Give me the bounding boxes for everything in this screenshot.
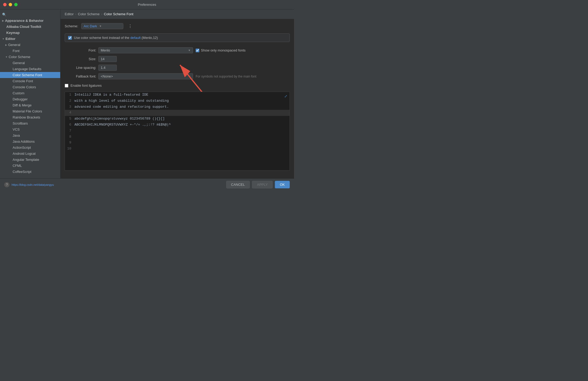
sidebar-item-alibaba-cloud-toolkit[interactable]: Alibaba Cloud Toolkit — [0, 24, 60, 30]
sidebar-item-label: Console Font — [13, 79, 33, 83]
preview-area: 1IntelliJ IDEA is a full-featured IDE2wi… — [65, 92, 290, 171]
sidebar-item-diff-merge[interactable]: Diff & Merge — [0, 102, 60, 108]
caret-icon — [5, 44, 7, 46]
sidebar-item-color-scheme-font[interactable]: Color Scheme Font — [0, 72, 60, 78]
font-label: Font: — [65, 48, 96, 52]
sidebar-item-debugger[interactable]: Debugger — [0, 96, 60, 102]
breadcrumb: Editor › Color Scheme › Color Scheme Fon… — [60, 9, 294, 19]
line-number: 6 — [65, 122, 74, 128]
sidebar-item-java-additions[interactable]: Java Additions — [0, 138, 60, 145]
resize-icon[interactable]: ⤢ — [284, 94, 287, 99]
scheme-label: Scheme: — [65, 24, 78, 28]
search-row[interactable]: 🔍 — [0, 12, 60, 18]
fallback-value: <None> — [101, 74, 186, 78]
help-button[interactable]: ? — [4, 182, 9, 187]
label-post: (Menlo,12) — [141, 36, 158, 40]
sidebar-item-vcs[interactable]: VCS — [0, 126, 60, 132]
font-dropdown-arrow-icon: ▼ — [188, 49, 191, 52]
url-text[interactable]: https://blog.csdn.net/dataiyangyu — [12, 183, 54, 186]
line-code: ABCDEFGHIJKLMNOPQRSTUVWXYZ +-*/= .,;:!? … — [74, 122, 171, 128]
sidebar-item-label: Language Defaults — [13, 67, 41, 71]
line-spacing-input[interactable] — [98, 65, 117, 71]
sidebar-item-custom[interactable]: Custom — [0, 90, 60, 96]
sidebar-item-label: Editor — [6, 37, 16, 41]
monospace-checkbox-row: Show only monospaced fonts — [196, 48, 246, 52]
sidebar-item-android-logcat[interactable]: Android Logcat — [0, 151, 60, 157]
sidebar-item-editor[interactable]: Editor — [0, 36, 60, 42]
line-number: 8 — [65, 134, 74, 140]
scheme-value: Arc Dark — [84, 24, 97, 28]
monospace-checkbox[interactable] — [196, 49, 199, 52]
scheme-more-button[interactable]: ⋮ — [126, 23, 134, 29]
line-number: 5 — [65, 116, 74, 122]
line-number: 9 — [65, 140, 74, 146]
sidebar-item-label: Color Scheme — [9, 55, 30, 59]
size-input[interactable] — [98, 56, 117, 62]
line-code: IntelliJ IDEA is a full-featured IDE — [74, 92, 148, 98]
window-title: Preferences — [138, 3, 156, 7]
sidebar-item-label: Console Colors — [13, 85, 36, 89]
sidebar-item-label: Appearance & Behavior — [5, 19, 44, 23]
sidebar-item-label: ActionScript — [13, 146, 31, 150]
ligatures-row: Enable font ligatures — [65, 84, 290, 87]
sidebar-item-rainbow-brackets[interactable]: Rainbow Brackets — [0, 114, 60, 120]
breadcrumb-sep2: › — [101, 12, 102, 16]
sidebar-item-material-file-colors[interactable]: Material File Colors — [0, 108, 60, 114]
fallback-dropdown[interactable]: <None> ▼ — [98, 73, 193, 79]
sidebar-item-java[interactable]: Java — [0, 132, 60, 138]
use-scheme-font-label: Use color scheme font instead of the def… — [74, 36, 158, 40]
ok-button[interactable]: OK — [275, 181, 290, 188]
sidebar-item-font[interactable]: Font — [0, 48, 60, 54]
preview-line: 2with a high level of usability and outs… — [65, 98, 290, 104]
sidebar-item-coffeescript[interactable]: CoffeeScript — [0, 169, 60, 175]
sidebar-item-general[interactable]: General — [0, 42, 60, 48]
sidebar-item-appearance-behavior[interactable]: Appearance & Behavior — [0, 18, 60, 24]
sidebar-item-keymap[interactable]: Keymap — [0, 30, 60, 36]
scheme-dropdown[interactable]: Arc Dark ▼ — [81, 23, 123, 29]
sidebar-item-color-scheme-general[interactable]: General — [0, 60, 60, 66]
sidebar-item-language-defaults[interactable]: Language Defaults — [0, 66, 60, 72]
sidebar-item-actionscript[interactable]: ActionScript — [0, 145, 60, 151]
close-button[interactable] — [3, 3, 7, 6]
font-dropdown[interactable]: Menlo ▼ — [98, 47, 193, 53]
breadcrumb-sep1: › — [75, 12, 76, 16]
sidebar-item-console-colors[interactable]: Console Colors — [0, 84, 60, 90]
cancel-button[interactable]: CANCEL — [226, 181, 250, 188]
default-link[interactable]: default — [130, 36, 141, 40]
sidebar-item-label: Java — [13, 133, 20, 137]
font-control-row: Menlo ▼ Show only monospaced fonts — [98, 47, 290, 53]
preview-line: 10 — [65, 146, 290, 152]
search-icon: 🔍 — [2, 13, 6, 17]
line-code: advanced code editing and refactoring su… — [74, 104, 169, 110]
use-scheme-font-checkbox[interactable] — [68, 36, 72, 40]
breadcrumb-editor[interactable]: Editor — [65, 12, 74, 16]
form-section: Font: Menlo ▼ Show only monospaced fonts… — [65, 47, 290, 79]
sidebar-item-label: CFML — [13, 164, 22, 168]
apply-button[interactable]: APPLY — [252, 181, 273, 188]
sidebar-item-label: Debugger — [13, 97, 28, 101]
sidebar-item-label: Java Additions — [13, 140, 35, 143]
minimize-button[interactable] — [9, 3, 12, 6]
sidebar-item-label: Keymap — [6, 31, 20, 35]
sidebar-item-console-font[interactable]: Console Font — [0, 78, 60, 84]
sidebar-item-cfml[interactable]: CFML — [0, 163, 60, 169]
line-number: 3 — [65, 104, 74, 110]
sidebar-item-color-scheme[interactable]: Color Scheme — [0, 54, 60, 60]
fallback-control-row: <None> ▼ For symbols not supported by th… — [98, 73, 290, 79]
line-number: 2 — [65, 98, 74, 104]
size-label: Size: — [65, 57, 96, 61]
sidebar-item-label: CoffeeScript — [13, 170, 31, 174]
preview-line: 7 — [65, 128, 290, 134]
maximize-button[interactable] — [14, 3, 18, 6]
bottom-bar: ? https://blog.csdn.net/dataiyangyu CANC… — [0, 178, 294, 190]
sidebar-item-label: Font — [13, 49, 19, 53]
line-spacing-label: Line spacing: — [65, 66, 96, 70]
breadcrumb-color-scheme[interactable]: Color Scheme — [78, 12, 99, 16]
sidebar-item-label: General — [13, 61, 25, 65]
sidebar-item-angular-template[interactable]: Angular Template — [0, 157, 60, 163]
ligatures-checkbox[interactable] — [65, 84, 68, 87]
sidebar-item-scrollbars[interactable]: Scrollbars — [0, 120, 60, 126]
scheme-row: Scheme: Arc Dark ▼ ⋮ — [65, 23, 290, 29]
monospace-label: Show only monospaced fonts — [201, 48, 246, 52]
line-number: 4 — [65, 110, 74, 116]
